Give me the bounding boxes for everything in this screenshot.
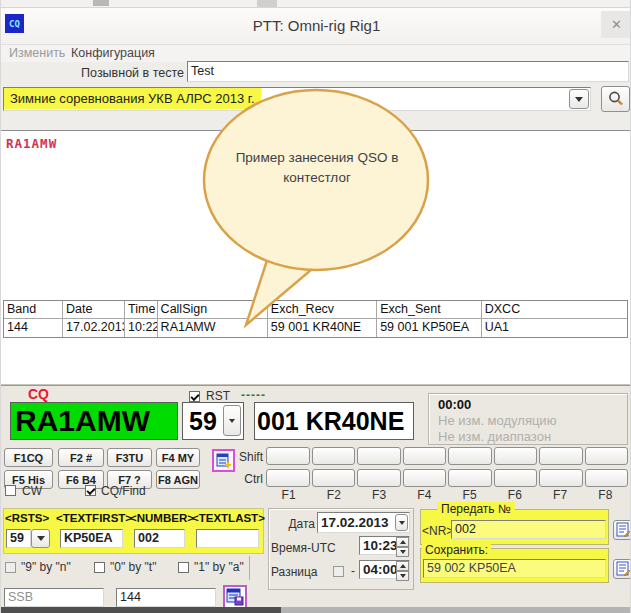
contest-search-button[interactable] [601, 86, 630, 112]
save-group-label: Сохранить: [422, 543, 491, 557]
mod-status: Не изм. модуляцию [438, 413, 627, 428]
sub9n-label: "9" by "n" [21, 560, 71, 574]
ctrl-slot-button[interactable] [585, 469, 629, 487]
column-header: Band [4, 301, 63, 318]
macro-header-rsts: <RSTS> [5, 512, 49, 524]
nr-input[interactable]: 002 [451, 520, 606, 539]
window-title: PTT: Omni-rig Rig1 [1, 17, 631, 34]
spin-down-button[interactable] [396, 547, 409, 557]
exchange-input[interactable]: 001 KR40NE [254, 402, 414, 440]
macro-textlast-input[interactable] [196, 529, 259, 548]
cell-date[interactable]: 17.02.2013 [63, 319, 125, 337]
column-header: Time [125, 301, 158, 318]
fkey-label: F2 [311, 488, 356, 502]
sub0t-label: "0" by "t" [110, 560, 156, 574]
fkey-label: F7 [538, 488, 583, 502]
shift-slot-button[interactable] [494, 447, 538, 465]
f1-button[interactable]: F1CQ [4, 448, 53, 467]
edit-nr-button[interactable] [613, 520, 631, 540]
edit-save-button[interactable] [613, 559, 631, 579]
ctrl-slot-button[interactable] [539, 469, 583, 487]
shift-slot-button[interactable] [448, 447, 492, 465]
cw-checkbox[interactable] [5, 485, 16, 496]
band-input[interactable]: 144 [116, 588, 216, 607]
cell-dxcc[interactable]: UA1 [482, 319, 627, 337]
date-dropdown-button[interactable] [395, 514, 408, 531]
application-window: CQ PTT: Omni-rig Rig1 ✕ Изменить Конфигу… [0, 0, 631, 613]
ctrl-label: Ctrl [237, 472, 263, 486]
test-callsign-input[interactable]: Test [187, 61, 629, 82]
f3-button[interactable]: F3TU [107, 448, 152, 467]
shift-slot-row [266, 447, 628, 465]
cell-band[interactable]: 144 [4, 319, 63, 337]
save-value-input[interactable]: 59 002 KP50EA [423, 559, 606, 578]
macro-rsts-combobox[interactable]: 59 [6, 529, 31, 548]
fkey-label: F6 [492, 488, 537, 502]
diff-checkbox[interactable] [333, 566, 344, 577]
ctrl-slot-button[interactable] [494, 469, 538, 487]
ctrl-slot-button[interactable] [357, 469, 401, 487]
shift-slot-button[interactable] [585, 447, 629, 465]
notepad-edit-icon [616, 561, 630, 577]
fkey-label: F4 [402, 488, 447, 502]
f2-button[interactable]: F2 # [58, 448, 104, 467]
fkey-label: F5 [447, 488, 492, 502]
ctrl-slot-row [266, 469, 628, 487]
notepad-edit-icon [616, 522, 630, 538]
current-call-readout: RA1AMW [6, 136, 57, 151]
f4-button[interactable]: F4 MY [156, 448, 200, 467]
sub1a-checkbox[interactable] [178, 562, 189, 573]
chevron-down-icon [400, 550, 406, 554]
macro-number-input[interactable]: 002 [134, 529, 185, 548]
chevron-up-icon [400, 540, 406, 544]
macro-header-textfirst: <TEXTFIRST> [56, 512, 132, 524]
close-button[interactable]: ✕ [601, 11, 631, 38]
sub1a-label: "1" by "a" [194, 560, 244, 574]
diff-label: Разница [271, 565, 318, 579]
rig-status-group: 00:00 Не изм. модуляцию Не изм. диаппазо… [428, 393, 628, 445]
menu-item-edit[interactable]: Изменить [9, 46, 65, 60]
fkey-label: F8 [583, 488, 628, 502]
sub0t-checkbox[interactable] [94, 562, 105, 573]
spin-down-button[interactable] [396, 571, 409, 581]
save-log-button[interactable] [223, 585, 247, 609]
shift-slot-button[interactable] [403, 447, 447, 465]
column-header: Date [63, 301, 125, 318]
spin-up-button[interactable] [396, 537, 409, 547]
ctrl-slot-button[interactable] [312, 469, 356, 487]
cqfind-label: CQ/Find [101, 484, 146, 498]
diff-spinner[interactable] [396, 561, 409, 578]
shift-slot-button[interactable] [357, 447, 401, 465]
callout-bubble [196, 88, 446, 338]
rst-sent-dropdown-button[interactable] [223, 405, 241, 436]
callout-text: Пример занесения QSO в контестлог [231, 148, 403, 188]
macro-textfirst-input[interactable]: KP50EA [60, 529, 123, 548]
menu-item-config[interactable]: Конфигурация [71, 46, 155, 60]
shift-slot-button[interactable] [312, 447, 356, 465]
mode-input[interactable]: SSB [4, 588, 104, 607]
background-artifact [257, 0, 277, 7]
contest-dropdown-button[interactable] [569, 89, 589, 109]
rst-label: RST [206, 389, 230, 403]
window-bottom-edge [1, 607, 281, 613]
f8-button[interactable]: F8 AGN [156, 470, 200, 489]
sub9n-checkbox[interactable] [5, 562, 16, 573]
spin-up-button[interactable] [396, 561, 409, 571]
chevron-down-icon [399, 521, 405, 525]
macro-rsts-dropdown-button[interactable] [31, 529, 50, 548]
ctrl-slot-button[interactable] [448, 469, 492, 487]
chevron-down-icon [400, 574, 406, 578]
shift-slot-button[interactable] [539, 447, 583, 465]
rst-checkbox[interactable] [189, 391, 200, 402]
utc-spinner[interactable] [396, 537, 409, 554]
ctrl-slot-button[interactable] [266, 469, 310, 487]
cqfind-checkbox[interactable] [85, 485, 96, 496]
ctrl-slot-button[interactable] [403, 469, 447, 487]
add-macro-button[interactable] [212, 449, 235, 472]
shift-slot-button[interactable] [266, 447, 310, 465]
band-status: Не изм. диаппазон [438, 429, 627, 444]
callsign-input[interactable]: RA1AMW [10, 402, 178, 440]
search-icon [607, 90, 625, 108]
cell-time[interactable]: 10:22 [125, 319, 158, 337]
f6-button[interactable]: F6 B4 [58, 470, 104, 489]
